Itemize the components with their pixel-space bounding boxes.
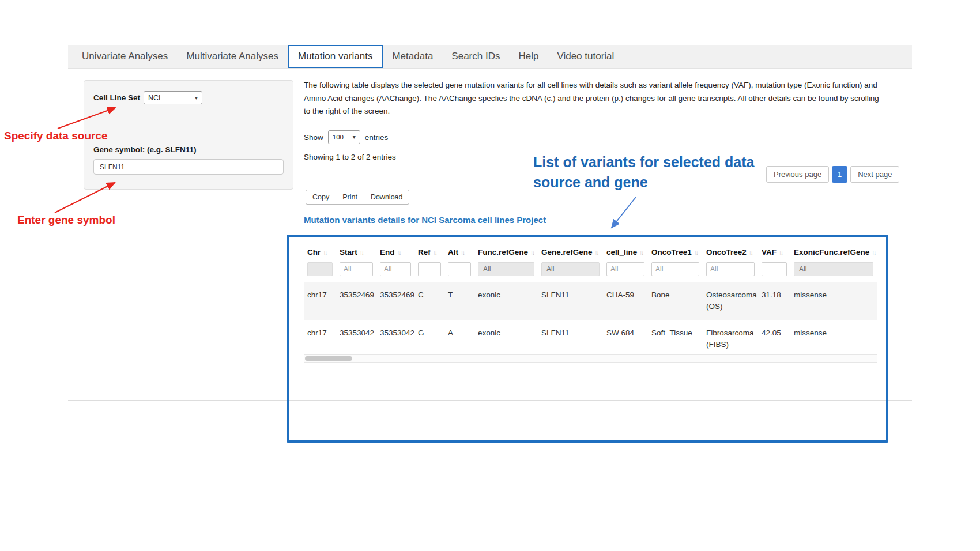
sort-icon: ↑↓ xyxy=(530,250,534,256)
filter-oncotree1[interactable] xyxy=(651,262,699,276)
column-header-chr[interactable]: Chr↑↓ xyxy=(304,241,336,261)
tab-search-ids[interactable]: Search IDs xyxy=(442,45,509,68)
cell-oncotree2: Fibrosarcoma (FIBS) xyxy=(703,320,758,358)
show-entries-control: Show 100 ▾ entries xyxy=(304,130,388,144)
previous-page-button[interactable]: Previous page xyxy=(766,166,829,183)
cell-chr: chr17 xyxy=(304,282,336,320)
column-header-vaf[interactable]: VAF↑↓ xyxy=(758,241,790,261)
sort-icon: ↑↓ xyxy=(779,250,782,256)
horizontal-scrollbar-thumb[interactable] xyxy=(305,356,352,361)
filter-exonicfunc-refgene[interactable]: All xyxy=(794,262,873,276)
cell-exonicfunc-refgene: missense xyxy=(790,320,877,358)
filter-row: All All All xyxy=(304,261,877,282)
column-header-label: ExonicFunc.refGene xyxy=(794,248,869,256)
filter-func-refgene[interactable]: All xyxy=(478,262,534,276)
table-row: chr17 35352469 35352469 C T exonic SLFN1… xyxy=(304,282,877,320)
filter-end[interactable] xyxy=(380,262,411,276)
cell-exonicfunc-refgene: missense xyxy=(790,282,877,320)
page-divider xyxy=(68,400,912,401)
chevron-down-icon: ▾ xyxy=(353,134,356,140)
sort-icon: ↑↓ xyxy=(461,250,464,256)
column-header-label: Chr xyxy=(307,248,321,256)
entries-per-page-select[interactable]: 100 ▾ xyxy=(328,130,360,144)
column-header-ref[interactable]: Ref↑↓ xyxy=(414,241,444,261)
download-button[interactable]: Download xyxy=(364,190,410,205)
cell-func-refgene: exonic xyxy=(474,282,538,320)
showing-summary: Showing 1 to 2 of 2 entries xyxy=(304,153,396,161)
arrow-list-of-variants xyxy=(612,197,636,228)
column-header-cell-line[interactable]: cell_line↑↓ xyxy=(603,241,648,261)
annotation-specify-data-source: Specify data source xyxy=(4,130,108,142)
table-description: The following table displays the selecte… xyxy=(304,79,880,118)
cell-chr: chr17 xyxy=(304,320,336,358)
gene-symbol-input[interactable] xyxy=(93,159,284,175)
column-header-func-refgene[interactable]: Func.refGene↑↓ xyxy=(474,241,538,261)
tab-univariate-analyses[interactable]: Univariate Analyses xyxy=(73,45,177,68)
column-header-label: OncoTree2 xyxy=(706,248,747,256)
filter-ref[interactable] xyxy=(418,262,441,276)
cell-vaf: 42.05 xyxy=(758,320,790,358)
table-caption: Mutation variants details for NCI Sarcom… xyxy=(304,215,546,225)
sort-icon: ↑↓ xyxy=(639,250,643,256)
filter-chr[interactable] xyxy=(307,262,333,276)
sort-icon: ↑↓ xyxy=(323,250,326,256)
cell-line-set-row: Cell Line Set NCI ▾ xyxy=(93,91,202,104)
cell-oncotree1: Soft_Tissue xyxy=(648,320,703,358)
column-header-label: Start xyxy=(340,248,357,256)
filter-gene-refgene[interactable]: All xyxy=(541,262,600,276)
tab-mutation-variants[interactable]: Mutation variants xyxy=(288,45,383,68)
variants-table: Chr↑↓ Start↑↓ End↑↓ Ref↑↓ Alt↑↓ Func.ref… xyxy=(304,241,877,358)
annotation-list-of-variants-line1: List of variants for selected data xyxy=(533,152,754,172)
print-button[interactable]: Print xyxy=(336,190,364,205)
header-row: Chr↑↓ Start↑↓ End↑↓ Ref↑↓ Alt↑↓ Func.ref… xyxy=(304,241,877,261)
column-header-label: End xyxy=(380,248,395,256)
current-page-button[interactable]: 1 xyxy=(832,166,847,183)
sort-icon: ↑↓ xyxy=(397,250,401,256)
cell-line-set-select[interactable]: NCI ▾ xyxy=(144,91,202,104)
column-header-alt[interactable]: Alt↑↓ xyxy=(444,241,474,261)
column-header-exonicfunc-refgene[interactable]: ExonicFunc.refGene↑↓ xyxy=(790,241,877,261)
copy-button[interactable]: Copy xyxy=(306,190,336,205)
tab-help[interactable]: Help xyxy=(509,45,548,68)
filter-cell-line[interactable] xyxy=(606,262,644,276)
cell-ref: C xyxy=(414,282,444,320)
column-header-label: Func.refGene xyxy=(478,248,528,256)
filter-alt[interactable] xyxy=(448,262,471,276)
cell-func-refgene: exonic xyxy=(474,320,538,358)
column-header-oncotree1[interactable]: OncoTree1↑↓ xyxy=(648,241,703,261)
tab-multivariate-analyses[interactable]: Multivariate Analyses xyxy=(177,45,288,68)
filter-vaf[interactable] xyxy=(762,262,787,276)
filter-oncotree2[interactable] xyxy=(706,262,755,276)
cell-cell-line: CHA-59 xyxy=(603,282,648,320)
cell-line-set-value: NCI xyxy=(148,94,161,102)
tab-video-tutorial[interactable]: Video tutorial xyxy=(548,45,623,68)
cell-gene-refgene: SLFN11 xyxy=(538,282,603,320)
column-header-label: cell_line xyxy=(606,248,637,256)
column-header-end[interactable]: End↑↓ xyxy=(376,241,414,261)
filter-start[interactable] xyxy=(340,262,373,276)
table-row: chr17 35353042 35353042 G A exonic SLFN1… xyxy=(304,320,877,358)
next-page-button[interactable]: Next page xyxy=(850,166,899,183)
column-header-oncotree2[interactable]: OncoTree2↑↓ xyxy=(703,241,758,261)
export-button-group: Copy Print Download xyxy=(306,190,409,205)
cell-oncotree1: Bone xyxy=(648,282,703,320)
tab-metadata[interactable]: Metadata xyxy=(383,45,442,68)
sort-icon: ↑↓ xyxy=(595,250,598,256)
cell-end: 35352469 xyxy=(376,282,414,320)
entries-label: entries xyxy=(365,133,389,142)
sort-icon: ↑↓ xyxy=(749,250,752,256)
show-label: Show xyxy=(304,133,323,142)
sort-icon: ↑↓ xyxy=(872,250,875,256)
column-header-start[interactable]: Start↑↓ xyxy=(336,241,376,261)
horizontal-scrollbar-track[interactable] xyxy=(304,354,877,363)
cell-vaf: 31.18 xyxy=(758,282,790,320)
column-header-gene-refgene[interactable]: Gene.refGene↑↓ xyxy=(538,241,603,261)
cell-line-set-label: Cell Line Set xyxy=(93,93,140,102)
column-header-label: Gene.refGene xyxy=(541,248,593,256)
sort-icon: ↑↓ xyxy=(694,250,698,256)
entries-per-page-value: 100 xyxy=(333,134,344,141)
controls-panel: Cell Line Set NCI ▾ Gene symbol: (e.g. S… xyxy=(84,80,293,190)
cell-start: 35352469 xyxy=(336,282,376,320)
column-header-label: Ref xyxy=(418,248,431,256)
cell-cell-line: SW 684 xyxy=(603,320,648,358)
